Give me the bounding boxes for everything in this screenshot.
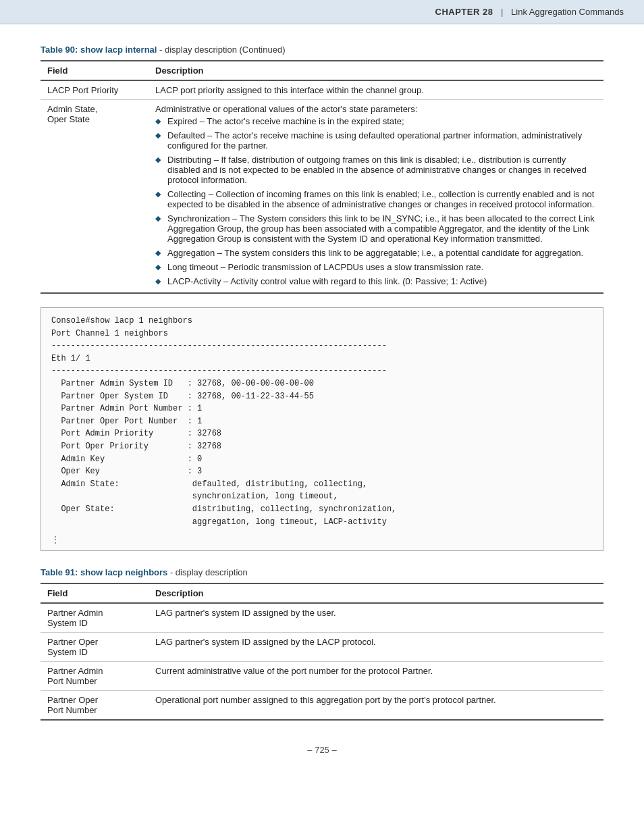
page-header: Chapter 28 | Link Aggregation Commands <box>0 0 644 24</box>
table90-name: Table 90: show lacp internal <box>41 45 157 55</box>
page-footer: – 725 – <box>41 734 603 762</box>
field-partner-admin-sysid: Partner AdminSystem ID <box>41 603 149 633</box>
table90-col-desc: Description <box>149 61 603 80</box>
table-row: Partner OperPort Number Operational port… <box>41 691 603 721</box>
table91: Field Description Partner AdminSystem ID… <box>41 583 603 721</box>
desc-partner-admin-sysid: LAG partner's system ID assigned by the … <box>149 603 603 633</box>
chapter-label: Chapter 28 <box>435 7 493 17</box>
table91-col-desc: Description <box>149 583 603 603</box>
field-partner-admin-portnum: Partner AdminPort Number <box>41 662 149 691</box>
field-admin-oper-state: Admin State,Oper State <box>41 100 149 294</box>
table-row: Partner OperSystem ID LAG partner's syst… <box>41 633 603 662</box>
list-item: Synchronization – The System considers t… <box>155 211 597 246</box>
table91-name: Table 91: show lacp neighbors <box>41 567 167 577</box>
table-row: Admin State,Oper State Administrative or… <box>41 100 603 294</box>
list-item: Distributing – If false, distribution of… <box>155 153 597 187</box>
code-content: Console#show lacp 1 neighbors Port Chann… <box>41 308 603 535</box>
desc-admin-oper-state: Administrative or operational values of … <box>149 100 603 294</box>
table-row: LACP Port Priority LACP port priority as… <box>41 80 603 100</box>
field-partner-oper-portnum: Partner OperPort Number <box>41 691 149 721</box>
state-bullet-list: Expired – The actor's receive machine is… <box>155 114 597 288</box>
list-item: Collecting – Collection of incoming fram… <box>155 187 597 211</box>
field-partner-oper-sysid: Partner OperSystem ID <box>41 633 149 662</box>
list-item: Aggregation – The system considers this … <box>155 246 597 260</box>
table91-suffix: - display description <box>167 567 248 577</box>
table90-title: Table 90: show lacp internal - display d… <box>41 45 603 55</box>
list-item: LACP-Activity – Activity control value w… <box>155 274 597 288</box>
table90-col-field: Field <box>41 61 149 80</box>
list-item: Long timeout – Periodic transmission of … <box>155 260 597 274</box>
chapter-title: Link Aggregation Commands <box>511 7 624 17</box>
table90: Field Description LACP Port Priority LAC… <box>41 60 603 294</box>
table91-col-field: Field <box>41 583 149 603</box>
list-item: Expired – The actor's receive machine is… <box>155 114 597 128</box>
desc-partner-oper-sysid: LAG partner's system ID assigned by the … <box>149 633 603 662</box>
table91-title: Table 91: show lacp neighbors - display … <box>41 567 603 577</box>
desc-lacp-port-priority: LACP port priority assigned to this inte… <box>149 80 603 100</box>
code-block-wrapper: Console#show lacp 1 neighbors Port Chann… <box>41 307 603 551</box>
list-item: Defaulted – The actor's receive machine … <box>155 128 597 153</box>
table-row: Partner AdminPort Number Current adminis… <box>41 662 603 691</box>
code-dots: ⋮ <box>41 535 603 550</box>
header-separator: | <box>501 7 503 17</box>
desc-partner-admin-portnum: Current administrative value of the port… <box>149 662 603 691</box>
main-content: Table 90: show lacp internal - display d… <box>0 24 644 782</box>
page-number: – 725 – <box>307 745 336 755</box>
table90-suffix: - display description (Continued) <box>157 45 285 55</box>
field-lacp-port-priority: LACP Port Priority <box>41 80 149 100</box>
table-row: Partner AdminSystem ID LAG partner's sys… <box>41 603 603 633</box>
desc-partner-oper-portnum: Operational port number assigned to this… <box>149 691 603 721</box>
